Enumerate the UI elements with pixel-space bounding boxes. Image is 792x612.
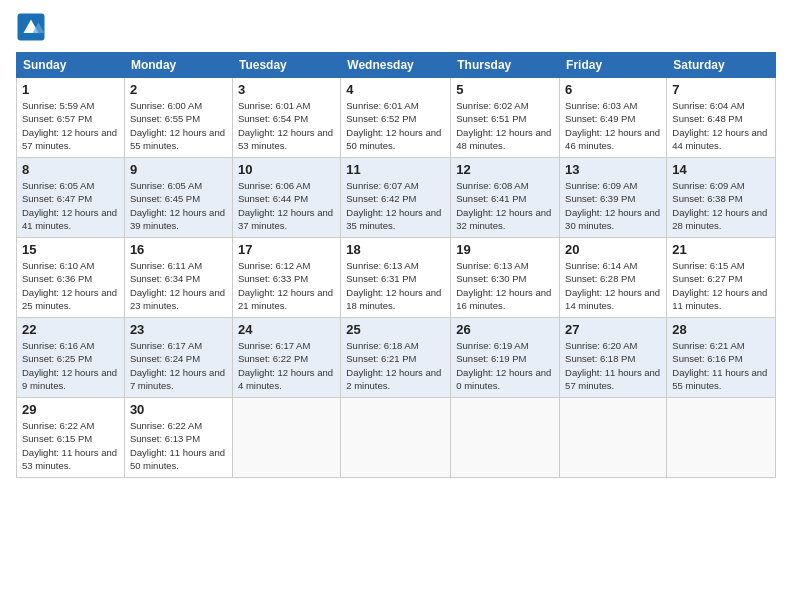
calendar-day-cell: 30 Sunrise: 6:22 AMSunset: 6:13 PMDaylig…: [124, 398, 232, 478]
weekday-header-cell: Saturday: [667, 53, 776, 78]
weekday-header-cell: Sunday: [17, 53, 125, 78]
day-number: 18: [346, 242, 445, 257]
calendar-day-cell: 18 Sunrise: 6:13 AMSunset: 6:31 PMDaylig…: [341, 238, 451, 318]
day-number: 7: [672, 82, 770, 97]
day-info: Sunrise: 6:08 AMSunset: 6:41 PMDaylight:…: [456, 180, 551, 231]
calendar-day-cell: 24 Sunrise: 6:17 AMSunset: 6:22 PMDaylig…: [232, 318, 340, 398]
calendar-day-cell: 20 Sunrise: 6:14 AMSunset: 6:28 PMDaylig…: [560, 238, 667, 318]
day-number: 15: [22, 242, 119, 257]
calendar-day-cell: 16 Sunrise: 6:11 AMSunset: 6:34 PMDaylig…: [124, 238, 232, 318]
calendar-day-cell: 27 Sunrise: 6:20 AMSunset: 6:18 PMDaylig…: [560, 318, 667, 398]
logo: [16, 12, 50, 42]
day-info: Sunrise: 6:17 AMSunset: 6:22 PMDaylight:…: [238, 340, 333, 391]
day-info: Sunrise: 6:18 AMSunset: 6:21 PMDaylight:…: [346, 340, 441, 391]
day-number: 21: [672, 242, 770, 257]
weekday-header-cell: Thursday: [451, 53, 560, 78]
day-number: 13: [565, 162, 661, 177]
calendar-week-row: 22 Sunrise: 6:16 AMSunset: 6:25 PMDaylig…: [17, 318, 776, 398]
day-number: 6: [565, 82, 661, 97]
day-info: Sunrise: 6:10 AMSunset: 6:36 PMDaylight:…: [22, 260, 117, 311]
day-info: Sunrise: 6:22 AMSunset: 6:15 PMDaylight:…: [22, 420, 117, 471]
weekday-header-cell: Tuesday: [232, 53, 340, 78]
day-info: Sunrise: 6:06 AMSunset: 6:44 PMDaylight:…: [238, 180, 333, 231]
day-info: Sunrise: 6:14 AMSunset: 6:28 PMDaylight:…: [565, 260, 660, 311]
calendar-day-cell: 17 Sunrise: 6:12 AMSunset: 6:33 PMDaylig…: [232, 238, 340, 318]
day-info: Sunrise: 5:59 AMSunset: 6:57 PMDaylight:…: [22, 100, 117, 151]
calendar-day-cell: 28 Sunrise: 6:21 AMSunset: 6:16 PMDaylig…: [667, 318, 776, 398]
day-info: Sunrise: 6:02 AMSunset: 6:51 PMDaylight:…: [456, 100, 551, 151]
day-number: 3: [238, 82, 335, 97]
calendar-day-cell: 12 Sunrise: 6:08 AMSunset: 6:41 PMDaylig…: [451, 158, 560, 238]
day-info: Sunrise: 6:04 AMSunset: 6:48 PMDaylight:…: [672, 100, 767, 151]
calendar-day-cell: 26 Sunrise: 6:19 AMSunset: 6:19 PMDaylig…: [451, 318, 560, 398]
day-number: 22: [22, 322, 119, 337]
calendar-day-cell: 15 Sunrise: 6:10 AMSunset: 6:36 PMDaylig…: [17, 238, 125, 318]
weekday-header-cell: Friday: [560, 53, 667, 78]
calendar-day-cell: 25 Sunrise: 6:18 AMSunset: 6:21 PMDaylig…: [341, 318, 451, 398]
day-info: Sunrise: 6:01 AMSunset: 6:52 PMDaylight:…: [346, 100, 441, 151]
day-number: 20: [565, 242, 661, 257]
day-info: Sunrise: 6:09 AMSunset: 6:39 PMDaylight:…: [565, 180, 660, 231]
day-info: Sunrise: 6:00 AMSunset: 6:55 PMDaylight:…: [130, 100, 225, 151]
calendar-day-cell: 10 Sunrise: 6:06 AMSunset: 6:44 PMDaylig…: [232, 158, 340, 238]
day-number: 1: [22, 82, 119, 97]
calendar-day-cell: 29 Sunrise: 6:22 AMSunset: 6:15 PMDaylig…: [17, 398, 125, 478]
day-number: 16: [130, 242, 227, 257]
day-number: 10: [238, 162, 335, 177]
day-number: 23: [130, 322, 227, 337]
calendar-day-cell: [232, 398, 340, 478]
day-number: 2: [130, 82, 227, 97]
calendar-day-cell: 22 Sunrise: 6:16 AMSunset: 6:25 PMDaylig…: [17, 318, 125, 398]
calendar-day-cell: 4 Sunrise: 6:01 AMSunset: 6:52 PMDayligh…: [341, 78, 451, 158]
weekday-header-row: SundayMondayTuesdayWednesdayThursdayFrid…: [17, 53, 776, 78]
day-number: 17: [238, 242, 335, 257]
calendar-day-cell: [560, 398, 667, 478]
page-container: SundayMondayTuesdayWednesdayThursdayFrid…: [0, 0, 792, 486]
day-number: 5: [456, 82, 554, 97]
day-info: Sunrise: 6:17 AMSunset: 6:24 PMDaylight:…: [130, 340, 225, 391]
day-number: 27: [565, 322, 661, 337]
day-number: 14: [672, 162, 770, 177]
day-info: Sunrise: 6:19 AMSunset: 6:19 PMDaylight:…: [456, 340, 551, 391]
calendar-day-cell: [451, 398, 560, 478]
day-number: 12: [456, 162, 554, 177]
day-info: Sunrise: 6:07 AMSunset: 6:42 PMDaylight:…: [346, 180, 441, 231]
day-number: 8: [22, 162, 119, 177]
day-number: 9: [130, 162, 227, 177]
calendar-week-row: 8 Sunrise: 6:05 AMSunset: 6:47 PMDayligh…: [17, 158, 776, 238]
day-number: 30: [130, 402, 227, 417]
calendar-day-cell: 23 Sunrise: 6:17 AMSunset: 6:24 PMDaylig…: [124, 318, 232, 398]
day-info: Sunrise: 6:16 AMSunset: 6:25 PMDaylight:…: [22, 340, 117, 391]
day-number: 29: [22, 402, 119, 417]
calendar-week-row: 29 Sunrise: 6:22 AMSunset: 6:15 PMDaylig…: [17, 398, 776, 478]
day-info: Sunrise: 6:11 AMSunset: 6:34 PMDaylight:…: [130, 260, 225, 311]
calendar-day-cell: 7 Sunrise: 6:04 AMSunset: 6:48 PMDayligh…: [667, 78, 776, 158]
day-info: Sunrise: 6:20 AMSunset: 6:18 PMDaylight:…: [565, 340, 660, 391]
calendar-day-cell: 14 Sunrise: 6:09 AMSunset: 6:38 PMDaylig…: [667, 158, 776, 238]
day-number: 26: [456, 322, 554, 337]
day-number: 25: [346, 322, 445, 337]
day-number: 19: [456, 242, 554, 257]
day-info: Sunrise: 6:21 AMSunset: 6:16 PMDaylight:…: [672, 340, 767, 391]
calendar-day-cell: 6 Sunrise: 6:03 AMSunset: 6:49 PMDayligh…: [560, 78, 667, 158]
day-number: 4: [346, 82, 445, 97]
calendar-day-cell: 9 Sunrise: 6:05 AMSunset: 6:45 PMDayligh…: [124, 158, 232, 238]
day-info: Sunrise: 6:13 AMSunset: 6:31 PMDaylight:…: [346, 260, 441, 311]
calendar-day-cell: 2 Sunrise: 6:00 AMSunset: 6:55 PMDayligh…: [124, 78, 232, 158]
calendar-day-cell: [667, 398, 776, 478]
day-number: 24: [238, 322, 335, 337]
logo-icon: [16, 12, 46, 42]
day-number: 28: [672, 322, 770, 337]
day-info: Sunrise: 6:15 AMSunset: 6:27 PMDaylight:…: [672, 260, 767, 311]
calendar-table: SundayMondayTuesdayWednesdayThursdayFrid…: [16, 52, 776, 478]
calendar-day-cell: 21 Sunrise: 6:15 AMSunset: 6:27 PMDaylig…: [667, 238, 776, 318]
day-info: Sunrise: 6:05 AMSunset: 6:47 PMDaylight:…: [22, 180, 117, 231]
calendar-day-cell: 3 Sunrise: 6:01 AMSunset: 6:54 PMDayligh…: [232, 78, 340, 158]
calendar-day-cell: [341, 398, 451, 478]
day-info: Sunrise: 6:01 AMSunset: 6:54 PMDaylight:…: [238, 100, 333, 151]
day-info: Sunrise: 6:09 AMSunset: 6:38 PMDaylight:…: [672, 180, 767, 231]
calendar-day-cell: 11 Sunrise: 6:07 AMSunset: 6:42 PMDaylig…: [341, 158, 451, 238]
weekday-header-cell: Monday: [124, 53, 232, 78]
calendar-day-cell: 19 Sunrise: 6:13 AMSunset: 6:30 PMDaylig…: [451, 238, 560, 318]
day-info: Sunrise: 6:12 AMSunset: 6:33 PMDaylight:…: [238, 260, 333, 311]
